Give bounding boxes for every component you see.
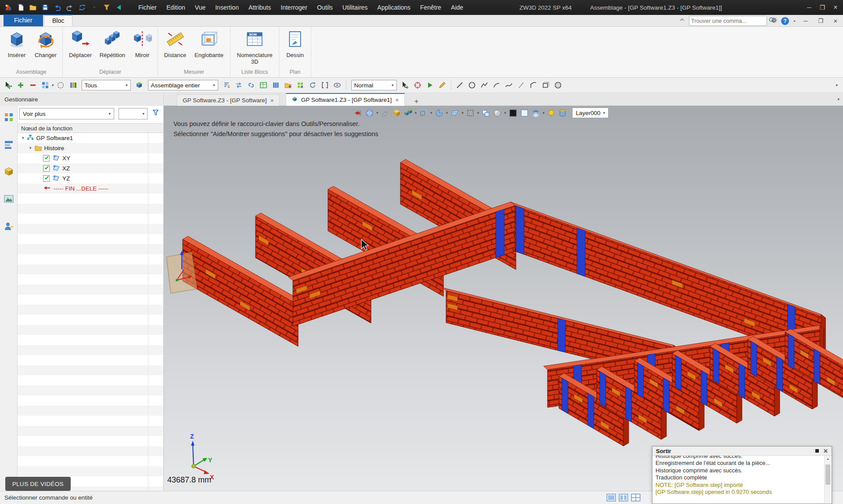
back-icon[interactable] [114, 3, 124, 12]
tree-manager-icon[interactable] [4, 112, 14, 124]
menu-insertion[interactable]: Insertion [210, 0, 244, 15]
tree-row-yz[interactable]: YZ [18, 173, 163, 184]
section-view-icon[interactable] [435, 108, 444, 118]
render-mode-icon[interactable] [403, 108, 413, 118]
deplacer-button[interactable]: Déplacer [65, 29, 95, 60]
redo-icon[interactable] [65, 3, 75, 12]
folder-config-icon[interactable] [283, 80, 294, 91]
doc-minimize-button[interactable]: ─ [800, 16, 811, 26]
dual-view-icon[interactable] [619, 493, 628, 504]
miroir-button[interactable]: Miroir [130, 29, 155, 60]
tree-row-xz[interactable]: XZ [18, 163, 163, 173]
close-button[interactable]: × [829, 0, 842, 15]
xz-checkbox[interactable] [43, 165, 50, 172]
view-manager-icon[interactable] [4, 139, 14, 151]
ribbon-tab-bloc[interactable]: Bloc [44, 14, 72, 26]
background-blue-swatch[interactable] [520, 108, 529, 118]
spline-tool-icon[interactable] [504, 80, 515, 91]
lasso-select-icon[interactable] [55, 80, 66, 91]
undo-icon[interactable] [53, 3, 62, 12]
grid-plane-icon[interactable] [450, 108, 459, 118]
pick-filter-icon[interactable] [3, 80, 14, 91]
ribbon-tab-fichier[interactable]: Fichier [4, 14, 43, 26]
bulb-icon[interactable] [547, 108, 556, 118]
help-icon[interactable]: ? [781, 17, 789, 25]
appearance-icon[interactable] [493, 108, 502, 118]
save-icon[interactable] [40, 3, 50, 12]
output-close-icon[interactable]: ✕ [823, 448, 828, 454]
filter-icon[interactable] [102, 3, 112, 12]
viewport[interactable]: ▾ ▾ ▾ ▾ ▾ ▾ ▾ ▾ Layer000 ▾ Vous pouvez d… [164, 106, 843, 491]
render-manager-icon[interactable] [4, 194, 14, 206]
shade-cube-icon[interactable] [392, 108, 401, 118]
pick-window-icon[interactable] [466, 108, 475, 118]
menu-vue[interactable]: Vue [190, 0, 210, 15]
open-file-icon[interactable] [28, 3, 38, 12]
output-panel-titlebar[interactable]: Sortir ✕ [652, 446, 832, 456]
tree-row-xy[interactable]: XY [18, 153, 163, 163]
swap-icon[interactable] [234, 80, 245, 91]
layer-combo[interactable]: Layer000 ▾ [572, 108, 609, 118]
arc-tool-icon[interactable] [491, 80, 502, 91]
render-mode-dropdown-icon[interactable]: ▾ [415, 111, 417, 115]
expand-icon[interactable]: ▾ [22, 136, 24, 140]
render-combo[interactable]: Normal▾ [351, 80, 397, 90]
brick-walls[interactable] [183, 159, 843, 446]
grid-dropdown-icon[interactable]: ▾ [461, 111, 464, 115]
brush-icon[interactable] [381, 108, 390, 118]
slash-tool-icon[interactable] [516, 80, 527, 91]
wireframe-dropdown-icon[interactable]: ▾ [430, 111, 432, 115]
menu-utilitaires[interactable]: Utilitaires [338, 0, 373, 15]
changer-button[interactable]: Changer [32, 29, 60, 60]
layers-dropdown-icon[interactable]: ▾ [543, 111, 545, 115]
englobante-button[interactable]: Englobante [191, 29, 227, 60]
doc-close-button[interactable]: × [830, 16, 841, 26]
filter-combo[interactable]: Tous▾ [82, 80, 131, 90]
help-dropdown-icon[interactable] [793, 17, 796, 25]
exit-viewport-icon[interactable] [353, 108, 363, 118]
view-orient-dropdown-icon[interactable]: ▾ [376, 111, 378, 115]
multi-window-icon[interactable] [481, 108, 490, 118]
background-black-swatch[interactable] [508, 108, 518, 118]
rotate-view-icon[interactable] [307, 80, 318, 91]
quick-access-dropdown-icon[interactable] [90, 3, 99, 12]
assembly-cube-icon[interactable] [134, 80, 145, 91]
output-scrollbar[interactable] [824, 456, 831, 503]
menu-fichier[interactable]: Fichier [133, 0, 162, 15]
voir-plus-combo[interactable]: Voir plus ▾ [19, 108, 114, 119]
box-tool-icon[interactable] [540, 80, 551, 91]
minimize-button[interactable]: ─ [803, 0, 816, 15]
menu-applications[interactable]: Applications [372, 0, 415, 15]
expand-icon[interactable]: ▾ [29, 146, 32, 150]
nomenclature-button[interactable]: BOM Nomenclature 3D [233, 29, 276, 66]
scrollbar-thumb[interactable] [825, 464, 830, 485]
plus-de-videos-badge[interactable]: PLUS DE VIDÉOS [5, 477, 71, 491]
link-icon[interactable] [246, 80, 257, 91]
tree-row-histoire[interactable]: ▾ Histoire [18, 143, 163, 153]
section-dropdown-icon[interactable]: ▾ [446, 111, 448, 115]
tree-row-fin-modele[interactable]: ----- FIN ...DELE ----- [18, 184, 163, 194]
restore-button[interactable]: ❐ [816, 0, 829, 15]
dessin-button[interactable]: Dessin [282, 29, 308, 60]
layer-cylinder-icon[interactable] [558, 108, 567, 118]
tabstrip-overflow-icon[interactable]: ▾ [837, 97, 839, 101]
menu-interroger[interactable]: Interroger [276, 0, 312, 15]
xy-checkbox[interactable] [43, 155, 50, 162]
polyline-tool-icon[interactable] [479, 80, 490, 91]
tree-filter-icon[interactable] [152, 109, 159, 118]
doc-restore-button[interactable]: ❐ [815, 16, 826, 26]
role-manager-icon[interactable] [4, 221, 14, 233]
yz-checkbox[interactable] [43, 175, 50, 182]
grid-display-icon[interactable] [295, 80, 306, 91]
new-file-icon[interactable] [16, 3, 25, 12]
toolbar-overflow-icon[interactable]: ▾ [836, 83, 840, 87]
chamfer-tool-icon[interactable] [528, 80, 539, 91]
menu-outils[interactable]: Outils [312, 0, 338, 15]
sketch-pencil-icon[interactable] [437, 80, 448, 91]
add-to-selection-icon[interactable] [15, 80, 26, 91]
columns-icon[interactable] [270, 80, 281, 91]
single-view-icon[interactable] [606, 493, 616, 504]
menu-aide[interactable]: Aide [446, 0, 468, 15]
pick-add-icon[interactable] [400, 80, 411, 91]
doc-tab-2-close-icon[interactable]: × [395, 97, 399, 104]
